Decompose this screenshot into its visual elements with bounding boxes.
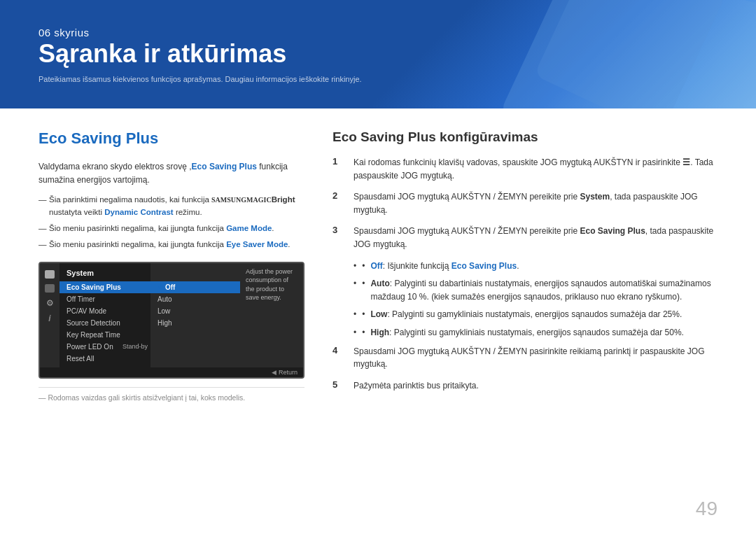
page-number: 49 [696,498,718,520]
step-5: 5 Pažymėta parinktis bus pritaikyta. [332,379,718,393]
bullet-list: • Off: Išjunkite funkciją Eco Saving Plu… [354,260,718,339]
step-2: 2 Spausdami JOG mygtuką AUKŠTYN / ŽEMYN … [332,190,718,216]
bullet-high: • High: Palyginti su gamykliniais nustat… [354,326,718,339]
menu-item-powerled: Power LED OnStand-by [59,341,150,353]
step-3-num: 3 [332,225,345,235]
step-5-num: 5 [332,379,345,390]
monitor-sidebar: ⚙ i [40,263,59,367]
note-3: Šio meniu pasirinkti negalima, kai įjung… [38,239,304,251]
page-title: Sąranka ir atkūrimas [38,40,718,68]
monitor-icon-info: i [44,314,55,323]
menu-right-panel: Off Auto Low High [150,263,240,367]
step-3: 3 Spausdami JOG mygtuką AUKŠTYN / ŽEMYN … [332,225,718,251]
monitor-icon-arrows [45,284,55,293]
menu-item-pcav: PC/AV Mode [59,305,150,317]
step-2-text: Spausdami JOG mygtuką AUKŠTYN / ŽEMYN pe… [354,190,718,216]
left-column: Eco Saving Plus Valdydama ekrano skydo e… [38,129,304,402]
step-1-num: 1 [332,156,345,167]
bullet-auto: • Auto: Palyginti su dabartiniais nustat… [354,277,718,303]
bullet-low: • Low: Palyginti su gamykliniais nustaty… [354,308,718,321]
menu-item-reset: Reset All [59,353,150,365]
note-2: Šio meniu pasirinkti negalima, kai įjung… [38,223,304,235]
chapter-label: 06 skyrius [38,27,718,38]
menu-header: System [59,266,150,281]
step-1: 1 Kai rodomas funkcinių klavišų vadovas,… [332,156,718,182]
step-1-text: Kai rodomas funkcinių klavišų vadovas, s… [354,156,718,182]
monitor-footer: ◀ Return [40,367,303,377]
menu-item-source: Source Detection [59,317,150,329]
step-3-text: Spausdami JOG mygtuką AUKŠTYN / ŽEMYN pe… [354,225,718,251]
sub-item-auto: Auto [150,293,240,305]
return-button: ◀ Return [272,369,298,376]
bullet-off: • Off: Išjunkite funkciją Eco Saving Plu… [354,260,718,273]
menu-item-eco: Eco Saving Plus [59,281,150,293]
step-4: 4 Spausdami JOG mygtuką AUKŠTYN / ŽEMYN … [332,345,718,371]
bottom-note: — Rodomas vaizdas gali skirtis atsižvelg… [38,387,304,402]
step-2-num: 2 [332,190,345,201]
menu-left-panel: System Eco Saving Plus Off Timer PC/AV M… [59,263,150,367]
monitor-right-info: Adjust the power consumption of the prod… [240,263,303,367]
step-4-text: Spausdami JOG mygtuką AUKŠTYN / ŽEMYN pa… [354,345,718,371]
main-content: Eco Saving Plus Valdydama ekrano skydo e… [0,108,756,416]
header-subtitle: Pateikiamas išsamus kiekvienos funkcijos… [38,75,718,83]
sub-item-high: High [150,317,240,329]
sub-item-off: Off [150,281,240,293]
panel-description: Adjust the power consumption of the prod… [246,267,298,302]
right-column: Eco Saving Plus konfigūravimas 1 Kai rod… [332,129,718,402]
menu-item-offtimer: Off Timer [59,293,150,305]
monitor-screenshot: ⚙ i System Eco Saving Plus Off Timer PC/… [38,262,304,379]
right-section-title: Eco Saving Plus konfigūravimas [332,129,718,145]
section-title-eco: Eco Saving Plus [38,129,304,148]
step-5-text: Pažymėta parinktis bus pritaikyta. [354,379,479,393]
note-1: Šia parinktimi negalima naudotis, kai fu… [38,194,304,219]
intro-paragraph: Valdydama ekrano skydo elektros srovę ,E… [38,160,304,187]
sub-item-low: Low [150,305,240,317]
step-4-num: 4 [332,345,345,356]
monitor-icon-display [45,270,55,279]
monitor-icon-gear: ⚙ [44,298,55,308]
page-header: 06 skyrius Sąranka ir atkūrimas Pateikia… [0,0,756,108]
menu-item-keyrepeat: Key Repeat Time [59,329,150,341]
